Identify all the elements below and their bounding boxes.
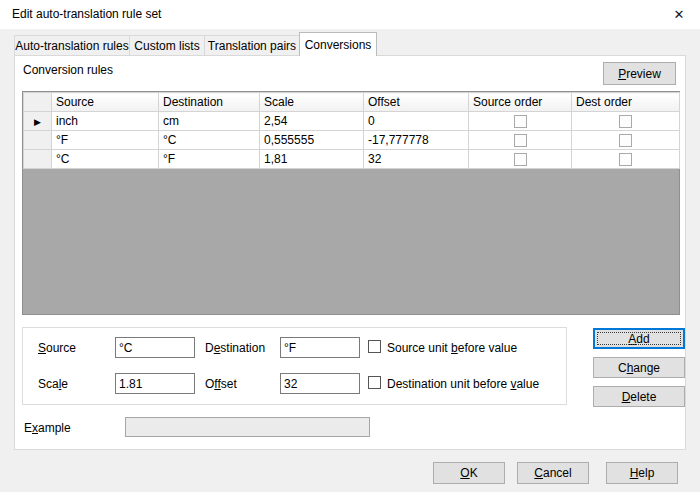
tab-label: Auto-translation rules — [15, 39, 128, 53]
dest-order-checkbox[interactable] — [619, 153, 632, 166]
cell-offset[interactable]: -17,777778 — [364, 131, 469, 150]
source-label: Source — [38, 341, 76, 355]
destination-unit-before-value-checkbox[interactable] — [368, 376, 381, 389]
tab-custom-lists[interactable]: Custom lists — [129, 35, 205, 56]
source-order-checkbox[interactable] — [514, 134, 527, 147]
column-header-dest-order[interactable]: Dest order — [572, 93, 680, 112]
dest-order-checkbox[interactable] — [619, 134, 632, 147]
tab-label: Translation pairs — [208, 39, 296, 53]
example-field — [125, 417, 370, 437]
column-header-source[interactable]: Source — [52, 93, 159, 112]
cell-source-order — [469, 112, 572, 131]
source-order-checkbox[interactable] — [514, 115, 527, 128]
cancel-button[interactable]: Cancel — [517, 462, 589, 484]
dest-order-checkbox[interactable] — [619, 115, 632, 128]
tab-conversions[interactable]: Conversions — [299, 32, 377, 56]
source-order-checkbox[interactable] — [514, 153, 527, 166]
cell-scale[interactable]: 0,555555 — [260, 131, 364, 150]
tab-label: Custom lists — [134, 39, 199, 53]
grid-row-2: °F °C 0,555555 -17,777778 — [24, 131, 680, 150]
destination-input[interactable] — [280, 337, 360, 358]
example-label: Example — [24, 421, 71, 435]
title-bar: Edit auto-translation rule set ✕ — [0, 0, 700, 29]
grid-row-1: ▶ inch cm 2,54 0 — [24, 112, 680, 131]
tab-auto-translation-rules[interactable]: Auto-translation rules — [14, 35, 130, 56]
cell-source[interactable]: °C — [52, 150, 159, 169]
close-icon: ✕ — [674, 7, 685, 22]
cell-destination[interactable]: °F — [159, 150, 260, 169]
cell-destination[interactable]: cm — [159, 112, 260, 131]
change-button[interactable]: Change — [593, 357, 685, 378]
column-header-source-order[interactable]: Source order — [469, 93, 572, 112]
close-button[interactable]: ✕ — [664, 2, 694, 26]
column-header-destination[interactable]: Destination — [159, 93, 260, 112]
edit-auto-translation-dialog: Edit auto-translation rule set ✕ Auto-tr… — [0, 0, 700, 492]
grid-header-row: Source Destination Scale Offset Source o… — [24, 93, 680, 112]
source-unit-before-value-checkbox[interactable] — [368, 340, 381, 353]
scale-label: Scale — [38, 377, 68, 391]
window-title: Edit auto-translation rule set — [12, 7, 161, 21]
preview-button[interactable]: Preview — [603, 62, 676, 85]
column-header-offset[interactable]: Offset — [364, 93, 469, 112]
offset-label: Offset — [205, 377, 237, 391]
cell-scale[interactable]: 2,54 — [260, 112, 364, 131]
cell-source-order — [469, 131, 572, 150]
source-unit-before-value-label[interactable]: Source unit before value — [387, 341, 517, 355]
conversion-rules-grid: Source Destination Scale Offset Source o… — [22, 91, 680, 315]
current-row-indicator-icon: ▶ — [34, 117, 41, 127]
cell-offset[interactable]: 0 — [364, 112, 469, 131]
help-button[interactable]: Help — [606, 462, 678, 484]
conversion-rules-label: Conversion rules — [23, 63, 113, 77]
destination-unit-before-value-label[interactable]: Destination unit before value — [387, 377, 539, 391]
offset-input[interactable] — [280, 373, 360, 394]
grid-row-3: °C °F 1,81 32 — [24, 150, 680, 169]
tab-translation-pairs[interactable]: Translation pairs — [204, 35, 300, 56]
cell-source[interactable]: °F — [52, 131, 159, 150]
source-input[interactable] — [115, 337, 195, 358]
destination-label: Destination — [205, 341, 265, 355]
add-button[interactable]: Add — [593, 328, 685, 349]
scale-input[interactable] — [115, 373, 195, 394]
cell-destination[interactable]: °C — [159, 131, 260, 150]
tab-label: Conversions — [305, 38, 372, 52]
delete-button[interactable]: Delete — [593, 386, 685, 407]
cell-scale[interactable]: 1,81 — [260, 150, 364, 169]
row-header-3[interactable] — [24, 150, 52, 169]
grid-corner-header[interactable] — [24, 93, 52, 112]
ok-button[interactable]: OK — [433, 462, 505, 484]
cell-offset[interactable]: 32 — [364, 150, 469, 169]
cell-dest-order — [572, 112, 680, 131]
row-header-2[interactable] — [24, 131, 52, 150]
column-header-scale[interactable]: Scale — [260, 93, 364, 112]
row-header-1[interactable]: ▶ — [24, 112, 52, 131]
cell-source-order — [469, 150, 572, 169]
cell-source[interactable]: inch — [52, 112, 159, 131]
cell-dest-order — [572, 150, 680, 169]
cell-dest-order — [572, 131, 680, 150]
